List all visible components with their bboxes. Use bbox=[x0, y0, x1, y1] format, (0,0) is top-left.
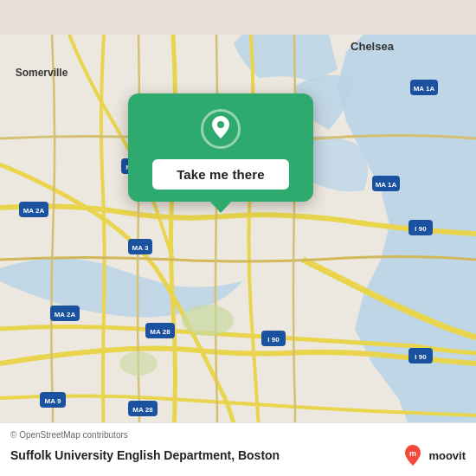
map-container: I 93 MA 1A MA 1A MA 28 MA 2A MA 3 I 90 M… bbox=[0, 0, 476, 476]
svg-text:MA 3: MA 3 bbox=[132, 244, 149, 252]
location-name: Suffolk University English Department, B… bbox=[10, 448, 280, 462]
location-pin-circle bbox=[201, 109, 241, 149]
moovit-logo: m moovit bbox=[401, 443, 466, 467]
bottom-bar: © OpenStreetMap contributors Suffolk Uni… bbox=[0, 422, 476, 476]
svg-point-2 bbox=[119, 351, 158, 376]
location-name-row: Suffolk University English Department, B… bbox=[10, 443, 466, 467]
svg-text:I 90: I 90 bbox=[415, 225, 427, 233]
svg-text:MA 28: MA 28 bbox=[150, 328, 170, 336]
svg-text:I 90: I 90 bbox=[267, 336, 280, 344]
svg-text:I 90: I 90 bbox=[415, 353, 427, 361]
svg-text:MA 28: MA 28 bbox=[132, 406, 153, 414]
svg-text:MA 2A: MA 2A bbox=[55, 311, 76, 318]
take-me-there-button[interactable]: Take me there bbox=[152, 159, 289, 190]
map-background: I 93 MA 1A MA 1A MA 28 MA 2A MA 3 I 90 M… bbox=[0, 0, 476, 476]
svg-text:MA 9: MA 9 bbox=[45, 397, 61, 405]
svg-point-1 bbox=[182, 305, 234, 336]
moovit-icon: m bbox=[401, 443, 425, 467]
moovit-text: moovit bbox=[428, 449, 466, 462]
svg-text:m: m bbox=[409, 449, 416, 458]
navigation-popup: Take me there bbox=[128, 93, 313, 202]
svg-point-31 bbox=[217, 121, 224, 128]
svg-text:Somerville: Somerville bbox=[16, 67, 68, 79]
svg-text:MA 2A: MA 2A bbox=[23, 207, 45, 215]
svg-text:MA 1A: MA 1A bbox=[414, 85, 435, 93]
svg-text:Chelsea: Chelsea bbox=[351, 40, 395, 53]
pin-icon bbox=[209, 116, 232, 142]
attribution-text: © OpenStreetMap contributors bbox=[10, 430, 466, 440]
svg-text:MA 1A: MA 1A bbox=[376, 181, 397, 189]
